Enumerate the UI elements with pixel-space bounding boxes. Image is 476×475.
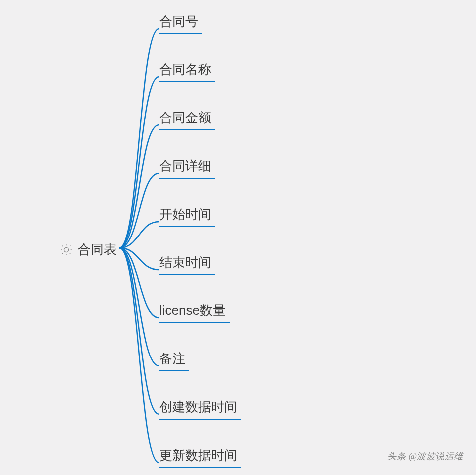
child-node: 合同金额 [159, 109, 215, 130]
child-label: 开始时间 [159, 207, 211, 222]
child-node: 开始时间 [159, 206, 215, 227]
mindmap-canvas: 合同表 合同号合同名称合同金额合同详细开始时间结束时间license数量备注创建… [0, 0, 476, 475]
child-node: 合同详细 [159, 157, 215, 179]
svg-point-0 [64, 247, 68, 252]
root-label: 合同表 [78, 241, 117, 258]
child-node: 结束时间 [159, 254, 215, 275]
child-label: 合同号 [159, 14, 198, 29]
child-node: 合同名称 [159, 61, 215, 82]
child-label: license数量 [159, 303, 226, 318]
child-label: 合同名称 [159, 62, 211, 77]
child-label: 合同详细 [159, 158, 211, 173]
child-node: 更新数据时间 [159, 447, 241, 468]
watermark-text: 头条 @波波说运维 [387, 450, 463, 462]
child-label: 合同金额 [159, 110, 211, 125]
root-node: 合同表 [60, 241, 117, 258]
child-label: 创建数据时间 [159, 399, 237, 414]
child-label: 更新数据时间 [159, 448, 237, 463]
child-label: 备注 [159, 351, 185, 366]
child-node: 备注 [159, 350, 189, 371]
child-label: 结束时间 [159, 255, 211, 270]
child-node: 合同号 [159, 13, 202, 34]
lightbulb-icon [60, 243, 73, 256]
child-node: license数量 [159, 302, 230, 323]
child-node: 创建数据时间 [159, 398, 241, 420]
